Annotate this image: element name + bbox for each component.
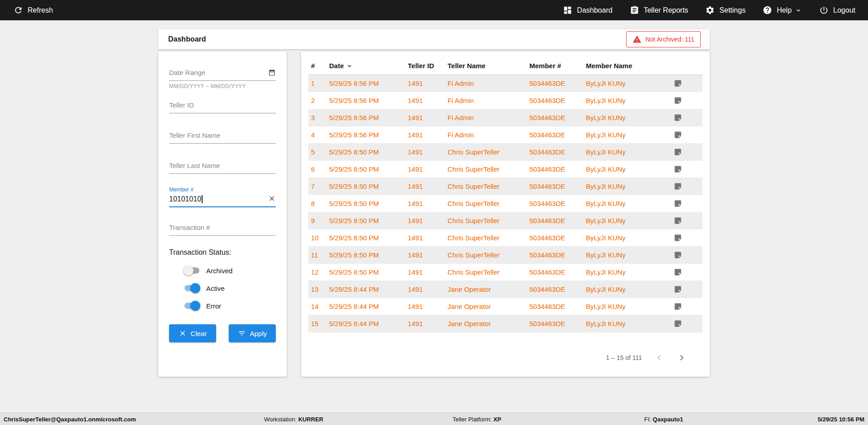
- row-note-cell[interactable]: [674, 268, 703, 276]
- table-header: # Date Teller ID Teller Name Member # Me…: [308, 57, 703, 75]
- note-icon: [674, 182, 682, 191]
- row-note-cell[interactable]: [674, 234, 703, 242]
- nav-dashboard[interactable]: Dashboard: [563, 5, 612, 15]
- row-note-cell[interactable]: [674, 165, 703, 173]
- row-member-name: ByLyJI KUNy: [586, 79, 674, 87]
- table-row[interactable]: 13 5/29/25 8:44 PM 1491 Jane Operator 50…: [308, 281, 703, 298]
- row-note-cell[interactable]: [674, 113, 703, 122]
- transaction-number-input[interactable]: [169, 218, 276, 236]
- column-header-teller-id[interactable]: Teller ID: [408, 62, 448, 70]
- row-note-cell[interactable]: [674, 131, 703, 139]
- note-icon: [674, 251, 682, 259]
- teller-first-name-input[interactable]: [169, 126, 276, 144]
- error-switch[interactable]: [184, 301, 200, 311]
- row-teller-id: 1491: [408, 234, 448, 242]
- row-teller-id: 1491: [408, 251, 448, 259]
- table-row[interactable]: 11 5/29/25 8:50 PM 1491 Chris SuperTelle…: [308, 247, 703, 264]
- row-note-cell[interactable]: [674, 285, 703, 294]
- row-member-number: 5034463DE: [529, 303, 586, 310]
- row-note-cell[interactable]: [674, 148, 703, 156]
- row-note-cell[interactable]: [674, 96, 703, 105]
- next-page-icon[interactable]: [676, 352, 687, 363]
- archived-switch[interactable]: [184, 266, 200, 276]
- clear-button[interactable]: Clear: [169, 324, 216, 342]
- row-note-cell[interactable]: [674, 251, 703, 259]
- nav-logout[interactable]: Logout: [819, 5, 855, 15]
- row-note-cell[interactable]: [674, 302, 703, 311]
- toggle-row-error[interactable]: Error: [184, 301, 276, 311]
- member-number-input[interactable]: 10101010: [169, 194, 276, 207]
- active-switch[interactable]: [184, 283, 200, 293]
- table-row[interactable]: 6 5/29/25 8:50 PM 1491 Chris SuperTeller…: [308, 161, 703, 178]
- nav-teller-reports-label: Teller Reports: [644, 6, 689, 14]
- teller-platform-info: Teller Platform: XP: [453, 416, 501, 422]
- row-member-number: 5034463DE: [529, 114, 586, 121]
- table-row[interactable]: 1 5/29/25 8:56 PM 1491 Fi Admin 5034463D…: [308, 75, 703, 92]
- clear-member-icon[interactable]: [268, 195, 276, 202]
- toggle-row-archived[interactable]: Archived: [184, 266, 276, 276]
- row-member-number: 5034463DE: [529, 148, 586, 156]
- row-note-cell[interactable]: [674, 216, 703, 225]
- topbar-nav: Dashboard Teller Reports Settings Help L…: [563, 5, 855, 15]
- apply-button[interactable]: Apply: [229, 324, 276, 342]
- column-header-member-name[interactable]: Member Name: [586, 62, 674, 70]
- row-teller-id: 1491: [408, 79, 448, 87]
- dashboard-icon: [563, 5, 572, 15]
- toggle-row-active[interactable]: Active: [184, 283, 276, 293]
- row-teller-name: Chris SuperTeller: [448, 200, 529, 207]
- previous-page-icon[interactable]: [654, 352, 665, 363]
- sort-descending-icon: [346, 62, 353, 70]
- table-row[interactable]: 9 5/29/25 8:50 PM 1491 Chris SuperTeller…: [308, 212, 703, 229]
- row-teller-id: 1491: [408, 320, 448, 327]
- refresh-button[interactable]: Refresh: [14, 5, 53, 15]
- table-row[interactable]: 4 5/29/25 8:56 PM 1491 Fi Admin 5034463D…: [308, 126, 703, 144]
- table-row[interactable]: 3 5/29/25 8:56 PM 1491 Fi Admin 5034463D…: [308, 109, 703, 126]
- table-row[interactable]: 8 5/29/25 8:50 PM 1491 Chris SuperTeller…: [308, 195, 703, 212]
- row-member-name: ByLyJI KUNy: [586, 165, 674, 173]
- error-toggle-label: Error: [206, 302, 221, 310]
- column-header-teller-name[interactable]: Teller Name: [448, 62, 529, 70]
- column-header-date[interactable]: Date: [329, 62, 408, 70]
- nav-help[interactable]: Help: [763, 5, 802, 15]
- clipboard-icon: [630, 5, 639, 15]
- table-row[interactable]: 12 5/29/25 8:50 PM 1491 Chris SuperTelle…: [308, 264, 703, 281]
- teller-id-input[interactable]: [169, 96, 276, 113]
- note-icon: [674, 234, 682, 242]
- date-range-input[interactable]: [169, 63, 276, 81]
- row-note-cell[interactable]: [674, 79, 703, 88]
- column-header-member-number[interactable]: Member #: [529, 62, 586, 70]
- not-archived-badge[interactable]: Not Archived: 111: [626, 31, 701, 47]
- apply-button-label: Apply: [250, 330, 267, 337]
- column-header-number[interactable]: #: [311, 62, 329, 70]
- teller-last-name-input[interactable]: [169, 156, 276, 174]
- switch-thumb: [190, 301, 200, 311]
- transaction-number-field: [169, 218, 276, 236]
- table-row[interactable]: 2 5/29/25 8:56 PM 1491 Fi Admin 5034463D…: [308, 92, 703, 109]
- row-number: 2: [311, 97, 329, 104]
- note-icon: [674, 148, 682, 156]
- row-note-cell[interactable]: [674, 182, 703, 191]
- row-date: 5/29/25 8:50 PM: [329, 182, 408, 190]
- table-row[interactable]: 5 5/29/25 8:50 PM 1491 Chris SuperTeller…: [308, 144, 703, 161]
- table-row[interactable]: 15 5/29/25 8:44 PM 1491 Jane Operator 50…: [308, 315, 703, 332]
- nav-dashboard-label: Dashboard: [577, 6, 612, 14]
- row-number: 8: [311, 200, 329, 207]
- row-teller-name: Fi Admin: [448, 114, 529, 121]
- row-member-number: 5034463DE: [529, 97, 586, 104]
- row-teller-id: 1491: [408, 165, 448, 173]
- row-member-name: ByLyJI KUNy: [586, 217, 674, 224]
- table-row[interactable]: 14 5/29/25 8:44 PM 1491 Jane Operator 50…: [308, 298, 703, 315]
- row-note-cell[interactable]: [674, 319, 703, 328]
- nav-teller-reports[interactable]: Teller Reports: [630, 5, 689, 15]
- table-row[interactable]: 10 5/29/25 8:50 PM 1491 Chris SuperTelle…: [308, 229, 703, 247]
- row-member-number: 5034463DE: [529, 165, 586, 173]
- note-icon: [674, 199, 682, 208]
- row-number: 4: [311, 131, 329, 139]
- row-teller-id: 1491: [408, 114, 448, 121]
- row-note-cell[interactable]: [674, 199, 703, 208]
- calendar-icon[interactable]: [268, 69, 276, 76]
- nav-settings[interactable]: Settings: [705, 5, 745, 15]
- table-row[interactable]: 7 5/29/25 8:50 PM 1491 Chris SuperTeller…: [308, 178, 703, 195]
- row-teller-name: Chris SuperTeller: [448, 268, 529, 276]
- teller-platform-label: Teller Platform:: [453, 416, 492, 422]
